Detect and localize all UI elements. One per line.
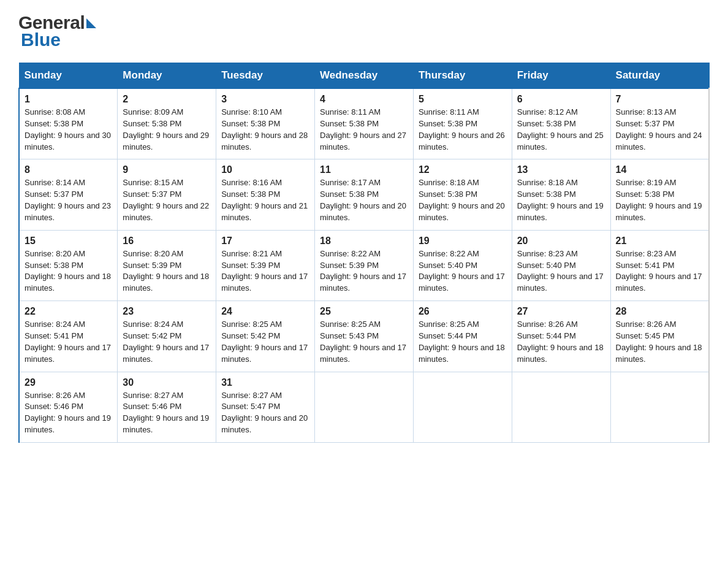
calendar-cell: 12 Sunrise: 8:18 AMSunset: 5:38 PMDaylig… bbox=[413, 159, 512, 230]
calendar-cell: 15 Sunrise: 8:20 AMSunset: 5:38 PMDaylig… bbox=[19, 230, 118, 301]
calendar-cell: 9 Sunrise: 8:15 AMSunset: 5:37 PMDayligh… bbox=[118, 159, 216, 230]
calendar-cell bbox=[413, 372, 512, 442]
day-number: 25 bbox=[320, 306, 408, 317]
calendar-week-row: 22 Sunrise: 8:24 AMSunset: 5:41 PMDaylig… bbox=[19, 301, 709, 372]
calendar-cell: 29 Sunrise: 8:26 AMSunset: 5:46 PMDaylig… bbox=[19, 372, 118, 442]
calendar-cell: 30 Sunrise: 8:27 AMSunset: 5:46 PMDaylig… bbox=[118, 372, 216, 442]
day-number: 13 bbox=[517, 164, 605, 175]
day-number: 5 bbox=[419, 94, 507, 105]
day-info: Sunrise: 8:26 AMSunset: 5:44 PMDaylight:… bbox=[517, 320, 604, 364]
calendar-cell: 4 Sunrise: 8:11 AMSunset: 5:38 PMDayligh… bbox=[315, 88, 414, 159]
calendar-cell: 8 Sunrise: 8:14 AMSunset: 5:37 PMDayligh… bbox=[19, 159, 118, 230]
day-number: 20 bbox=[517, 236, 605, 247]
calendar-cell: 6 Sunrise: 8:12 AMSunset: 5:38 PMDayligh… bbox=[512, 88, 610, 159]
day-info: Sunrise: 8:19 AMSunset: 5:38 PMDaylight:… bbox=[616, 178, 702, 222]
day-number: 14 bbox=[616, 164, 703, 175]
day-number: 9 bbox=[123, 164, 211, 175]
calendar-cell: 11 Sunrise: 8:17 AMSunset: 5:38 PMDaylig… bbox=[315, 159, 414, 230]
day-info: Sunrise: 8:18 AMSunset: 5:38 PMDaylight:… bbox=[419, 178, 505, 222]
calendar-cell: 23 Sunrise: 8:24 AMSunset: 5:42 PMDaylig… bbox=[118, 301, 216, 372]
col-header-tuesday: Tuesday bbox=[216, 63, 315, 89]
calendar-cell: 31 Sunrise: 8:27 AMSunset: 5:47 PMDaylig… bbox=[216, 372, 315, 442]
day-info: Sunrise: 8:25 AMSunset: 5:43 PMDaylight:… bbox=[320, 320, 406, 364]
day-number: 23 bbox=[123, 306, 211, 317]
calendar-cell: 16 Sunrise: 8:20 AMSunset: 5:39 PMDaylig… bbox=[118, 230, 216, 301]
day-info: Sunrise: 8:15 AMSunset: 5:37 PMDaylight:… bbox=[123, 178, 209, 222]
day-number: 29 bbox=[25, 377, 112, 388]
calendar-cell: 17 Sunrise: 8:21 AMSunset: 5:39 PMDaylig… bbox=[216, 230, 315, 301]
col-header-sunday: Sunday bbox=[19, 63, 118, 89]
calendar-cell: 28 Sunrise: 8:26 AMSunset: 5:45 PMDaylig… bbox=[610, 301, 709, 372]
day-number: 21 bbox=[616, 236, 703, 247]
calendar-cell: 26 Sunrise: 8:25 AMSunset: 5:44 PMDaylig… bbox=[413, 301, 512, 372]
calendar-week-row: 15 Sunrise: 8:20 AMSunset: 5:38 PMDaylig… bbox=[19, 230, 709, 301]
day-info: Sunrise: 8:26 AMSunset: 5:46 PMDaylight:… bbox=[25, 391, 111, 435]
day-number: 30 bbox=[123, 377, 211, 388]
day-info: Sunrise: 8:25 AMSunset: 5:42 PMDaylight:… bbox=[221, 320, 308, 364]
calendar-cell: 5 Sunrise: 8:11 AMSunset: 5:38 PMDayligh… bbox=[413, 88, 512, 159]
logo-arrow-icon bbox=[86, 18, 96, 28]
day-number: 22 bbox=[25, 306, 112, 317]
day-number: 24 bbox=[221, 306, 309, 317]
day-number: 1 bbox=[25, 94, 112, 105]
calendar-cell bbox=[512, 372, 610, 442]
day-number: 11 bbox=[320, 164, 408, 175]
calendar-header-row: SundayMondayTuesdayWednesdayThursdayFrid… bbox=[19, 63, 709, 89]
col-header-thursday: Thursday bbox=[413, 63, 512, 89]
day-number: 16 bbox=[123, 236, 211, 247]
day-info: Sunrise: 8:12 AMSunset: 5:38 PMDaylight:… bbox=[517, 107, 604, 151]
day-number: 7 bbox=[616, 94, 703, 105]
calendar-table: SundayMondayTuesdayWednesdayThursdayFrid… bbox=[18, 63, 710, 443]
day-number: 8 bbox=[25, 164, 112, 175]
calendar-week-row: 29 Sunrise: 8:26 AMSunset: 5:46 PMDaylig… bbox=[19, 372, 709, 442]
day-info: Sunrise: 8:27 AMSunset: 5:46 PMDaylight:… bbox=[123, 391, 209, 435]
calendar-cell: 7 Sunrise: 8:13 AMSunset: 5:37 PMDayligh… bbox=[610, 88, 709, 159]
calendar-cell: 27 Sunrise: 8:26 AMSunset: 5:44 PMDaylig… bbox=[512, 301, 610, 372]
day-number: 6 bbox=[517, 94, 605, 105]
day-info: Sunrise: 8:24 AMSunset: 5:41 PMDaylight:… bbox=[25, 320, 111, 364]
day-info: Sunrise: 8:16 AMSunset: 5:38 PMDaylight:… bbox=[221, 178, 308, 222]
calendar-cell: 25 Sunrise: 8:25 AMSunset: 5:43 PMDaylig… bbox=[315, 301, 414, 372]
calendar-cell bbox=[610, 372, 709, 442]
day-info: Sunrise: 8:26 AMSunset: 5:45 PMDaylight:… bbox=[616, 320, 702, 364]
day-number: 31 bbox=[221, 377, 309, 388]
day-info: Sunrise: 8:14 AMSunset: 5:37 PMDaylight:… bbox=[25, 178, 111, 222]
day-info: Sunrise: 8:24 AMSunset: 5:42 PMDaylight:… bbox=[123, 320, 209, 364]
day-info: Sunrise: 8:21 AMSunset: 5:39 PMDaylight:… bbox=[221, 249, 308, 293]
calendar-cell: 22 Sunrise: 8:24 AMSunset: 5:41 PMDaylig… bbox=[19, 301, 118, 372]
day-info: Sunrise: 8:11 AMSunset: 5:38 PMDaylight:… bbox=[320, 107, 406, 151]
calendar-cell: 10 Sunrise: 8:16 AMSunset: 5:38 PMDaylig… bbox=[216, 159, 315, 230]
col-header-saturday: Saturday bbox=[610, 63, 709, 89]
calendar-cell: 21 Sunrise: 8:23 AMSunset: 5:41 PMDaylig… bbox=[610, 230, 709, 301]
day-info: Sunrise: 8:20 AMSunset: 5:38 PMDaylight:… bbox=[25, 249, 111, 293]
day-number: 17 bbox=[221, 236, 309, 247]
day-number: 12 bbox=[419, 164, 507, 175]
day-info: Sunrise: 8:13 AMSunset: 5:37 PMDaylight:… bbox=[616, 107, 702, 151]
day-info: Sunrise: 8:22 AMSunset: 5:39 PMDaylight:… bbox=[320, 249, 406, 293]
calendar-cell: 2 Sunrise: 8:09 AMSunset: 5:38 PMDayligh… bbox=[118, 88, 216, 159]
day-info: Sunrise: 8:18 AMSunset: 5:38 PMDaylight:… bbox=[517, 178, 604, 222]
calendar-cell: 1 Sunrise: 8:08 AMSunset: 5:38 PMDayligh… bbox=[19, 88, 118, 159]
day-number: 2 bbox=[123, 94, 211, 105]
calendar-cell: 13 Sunrise: 8:18 AMSunset: 5:38 PMDaylig… bbox=[512, 159, 610, 230]
calendar-cell: 14 Sunrise: 8:19 AMSunset: 5:38 PMDaylig… bbox=[610, 159, 709, 230]
col-header-monday: Monday bbox=[118, 63, 216, 89]
page-header: General Blue bbox=[18, 12, 710, 50]
day-number: 27 bbox=[517, 306, 605, 317]
col-header-wednesday: Wednesday bbox=[315, 63, 414, 89]
calendar-week-row: 1 Sunrise: 8:08 AMSunset: 5:38 PMDayligh… bbox=[19, 88, 709, 159]
day-info: Sunrise: 8:22 AMSunset: 5:40 PMDaylight:… bbox=[419, 249, 505, 293]
day-info: Sunrise: 8:09 AMSunset: 5:38 PMDaylight:… bbox=[123, 107, 209, 151]
day-info: Sunrise: 8:23 AMSunset: 5:40 PMDaylight:… bbox=[517, 249, 604, 293]
day-number: 15 bbox=[25, 236, 112, 247]
calendar-cell: 20 Sunrise: 8:23 AMSunset: 5:40 PMDaylig… bbox=[512, 230, 610, 301]
calendar-cell: 18 Sunrise: 8:22 AMSunset: 5:39 PMDaylig… bbox=[315, 230, 414, 301]
logo-blue-text: Blue bbox=[21, 29, 96, 50]
col-header-friday: Friday bbox=[512, 63, 610, 89]
day-number: 28 bbox=[616, 306, 703, 317]
day-number: 26 bbox=[419, 306, 507, 317]
day-number: 3 bbox=[221, 94, 309, 105]
calendar-cell bbox=[315, 372, 414, 442]
day-info: Sunrise: 8:25 AMSunset: 5:44 PMDaylight:… bbox=[419, 320, 505, 364]
day-info: Sunrise: 8:23 AMSunset: 5:41 PMDaylight:… bbox=[616, 249, 702, 293]
